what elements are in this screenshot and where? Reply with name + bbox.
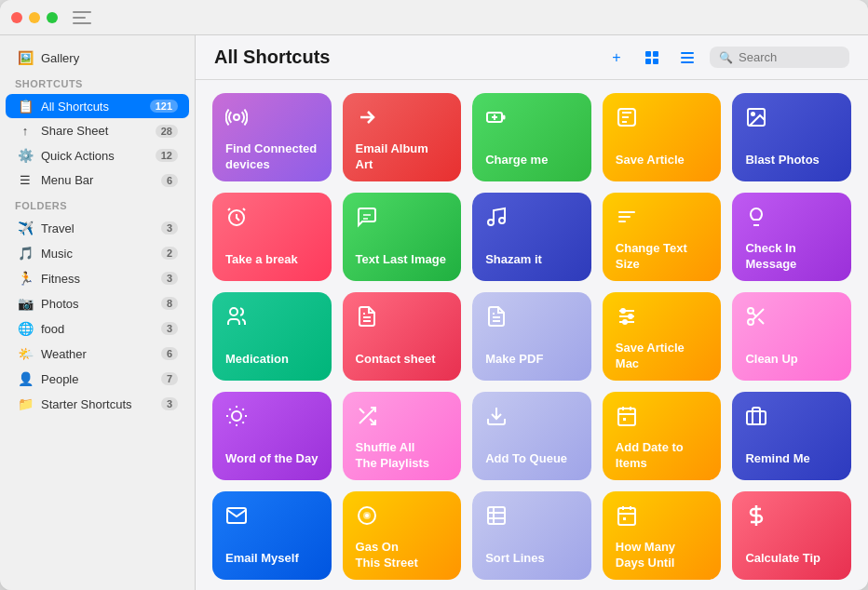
shortcut-card-how-many-days[interactable]: How ManyDays Until — [603, 491, 722, 580]
sidebar-item-share-sheet[interactable]: ↑ Share Sheet 28 — [6, 119, 189, 142]
shortcut-card-make-pdf[interactable]: Make PDF — [472, 292, 591, 381]
card-icon-medication — [225, 305, 319, 333]
card-label-remind-me: Remind Me — [745, 451, 838, 467]
card-icon-add-to-queue — [485, 405, 578, 433]
shortcut-card-remind-me[interactable]: Remind Me — [732, 392, 851, 480]
maximize-button[interactable] — [47, 12, 58, 23]
shortcut-card-blast-photos[interactable]: Blast Photos — [732, 93, 851, 181]
shortcut-card-add-to-queue[interactable]: Add To Queue — [472, 392, 591, 480]
shortcut-card-clean-up[interactable]: Clean Up — [732, 292, 851, 381]
card-label-add-to-queue: Add To Queue — [485, 451, 578, 467]
sidebar-item-photos[interactable]: 📷 Photos 8 — [6, 291, 189, 315]
shortcuts-grid: Find Connecteddevices Email Album Art Ch… — [196, 80, 868, 590]
sidebar-item-starter[interactable]: 📁 Starter Shortcuts 3 — [6, 392, 189, 416]
card-icon-contact-sheet — [356, 305, 449, 333]
shortcut-card-gas-on-street[interactable]: Gas OnThis Street — [343, 491, 462, 580]
shortcut-card-word-of-the-day[interactable]: Word of the Day — [212, 392, 332, 480]
card-label-find-connected: Find Connecteddevices — [225, 141, 319, 173]
grid-view-button[interactable] — [639, 45, 665, 71]
search-input[interactable] — [739, 50, 832, 64]
sidebar-item-fitness[interactable]: 🏃 Fitness 3 — [6, 266, 189, 290]
shortcut-card-text-last-image[interactable]: Text Last Image — [343, 193, 462, 281]
card-icon-word-of-the-day — [225, 405, 319, 433]
travel-label: Travel — [41, 221, 154, 235]
sidebar-item-all-shortcuts[interactable]: 📋 All Shortcuts 121 — [6, 94, 189, 118]
card-icon-make-pdf — [485, 305, 578, 333]
close-button[interactable] — [11, 12, 22, 23]
shortcut-card-charge-me[interactable]: Charge me — [472, 93, 591, 181]
shortcut-card-calculate-tip[interactable]: Calculate Tip — [732, 491, 851, 580]
svg-rect-5 — [681, 57, 694, 59]
sidebar-item-travel[interactable]: ✈️ Travel 3 — [6, 216, 189, 240]
shortcut-card-medication[interactable]: Medication — [212, 292, 332, 381]
shortcut-card-sort-lines[interactable]: Sort Lines — [472, 491, 591, 580]
shortcut-card-take-a-break[interactable]: Take a break — [212, 193, 332, 281]
panel-title: All Shortcuts — [214, 47, 592, 68]
shortcut-card-shuffle-playlists[interactable]: Shuffle AllThe Playlists — [343, 392, 462, 480]
svg-line-34 — [229, 422, 230, 422]
card-label-word-of-the-day: Word of the Day — [225, 451, 319, 467]
shortcut-card-save-article[interactable]: Save Article — [603, 93, 722, 181]
fitness-label: Fitness — [41, 272, 154, 286]
card-label-take-a-break: Take a break — [225, 252, 319, 268]
sidebar-item-music[interactable]: 🎵 Music 2 — [6, 241, 189, 265]
all-shortcuts-icon: 📋 — [17, 99, 34, 114]
weather-icon: 🌤️ — [17, 346, 34, 361]
quick-actions-label: Quick Actions — [41, 149, 148, 163]
list-view-button[interactable] — [674, 45, 700, 71]
svg-point-23 — [748, 319, 753, 325]
svg-rect-0 — [645, 51, 651, 57]
sidebar-item-food[interactable]: 🌐 food 3 — [6, 316, 189, 341]
svg-rect-53 — [618, 508, 635, 525]
sidebar-item-weather[interactable]: 🌤️ Weather 6 — [6, 342, 189, 366]
shortcut-card-check-in-message[interactable]: Check InMessage — [732, 193, 851, 281]
card-label-add-date-to-items: Add Date to Items — [616, 440, 709, 472]
card-label-contact-sheet: Contact sheet — [356, 352, 449, 368]
weather-label: Weather — [41, 347, 154, 361]
card-label-gas-on-street: Gas OnThis Street — [356, 540, 449, 571]
shortcut-card-email-album-art[interactable]: Email Album Art — [343, 93, 462, 181]
sidebar-item-menu-bar[interactable]: ☰ Menu Bar 6 — [6, 168, 189, 192]
svg-point-19 — [621, 309, 625, 313]
card-icon-save-article — [616, 106, 709, 134]
card-icon-how-many-days — [616, 504, 709, 532]
card-label-how-many-days: How ManyDays Until — [616, 540, 709, 571]
minimize-button[interactable] — [29, 12, 40, 23]
shortcut-card-find-connected[interactable]: Find Connecteddevices — [212, 93, 332, 181]
traffic-lights — [11, 12, 58, 23]
shortcut-card-email-myself[interactable]: Email Myself — [212, 491, 332, 580]
card-label-email-myself: Email Myself — [225, 551, 319, 567]
card-icon-remind-me — [745, 405, 838, 433]
shortcut-card-shazam-it[interactable]: Shazam it — [472, 193, 591, 281]
svg-rect-40 — [618, 409, 635, 425]
card-icon-take-a-break — [225, 206, 319, 234]
sidebar-item-quick-actions[interactable]: ⚙️ Quick Actions 12 — [6, 143, 189, 168]
card-icon-check-in-message — [745, 206, 838, 234]
svg-line-26 — [753, 313, 757, 316]
search-icon: 🔍 — [719, 51, 733, 64]
sidebar-gallery-label: Gallery — [41, 51, 178, 65]
photos-label: Photos — [41, 297, 154, 311]
add-shortcut-button[interactable]: + — [604, 45, 630, 71]
card-label-save-article-mac: Save Article Mac — [616, 341, 709, 372]
shortcut-card-change-text-size[interactable]: Change Text Size — [603, 193, 722, 281]
svg-point-21 — [623, 320, 627, 324]
sidebar-toggle-button[interactable] — [73, 11, 91, 24]
shortcut-card-add-date-to-items[interactable]: Add Date to Items — [603, 392, 722, 480]
svg-rect-6 — [681, 61, 694, 63]
people-label: People — [41, 372, 154, 386]
sidebar-item-people[interactable]: 👤 People 7 — [6, 367, 189, 391]
svg-line-38 — [359, 409, 364, 413]
svg-rect-57 — [623, 517, 626, 520]
shortcut-card-save-article-mac[interactable]: Save Article Mac — [603, 292, 722, 381]
shortcut-card-contact-sheet[interactable]: Contact sheet — [343, 292, 462, 381]
card-icon-shazam-it — [485, 206, 578, 234]
svg-rect-3 — [653, 59, 658, 64]
svg-rect-17 — [618, 221, 626, 222]
starter-label: Starter Shortcuts — [41, 397, 154, 411]
food-icon: 🌐 — [17, 321, 34, 336]
sidebar-item-gallery[interactable]: 🖼️ Gallery — [6, 46, 189, 70]
card-label-medication: Medication — [225, 352, 319, 368]
svg-point-14 — [499, 218, 505, 223]
photos-badge: 8 — [161, 297, 178, 310]
